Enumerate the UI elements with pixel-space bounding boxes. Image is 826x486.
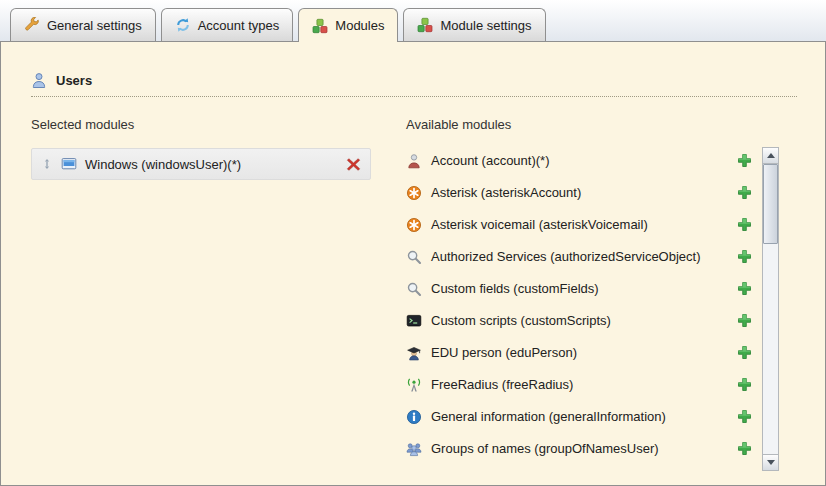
info-icon [406,409,422,425]
modules-panel: Users Selected modules Windows (windowsU… [0,41,826,486]
wrench-icon [24,17,40,33]
add-icon [737,409,752,424]
scrollbar-thumb[interactable] [763,164,778,244]
edu-person-icon [406,345,422,361]
asterisk-icon [406,217,422,233]
available-modules-list: Account (account)(*)Asterisk (asteriskAc… [406,146,797,463]
tab-label: Account types [198,18,280,33]
available-module-label: Groups of names (groupOfNamesUser) [431,441,659,456]
add-module-button[interactable] [737,409,752,424]
section-heading: Users [31,72,797,97]
delete-icon [346,157,361,172]
triangle-down-icon [767,460,775,465]
add-icon [737,441,752,456]
available-module-label: Asterisk (asteriskAccount) [431,185,581,200]
add-icon [737,313,752,328]
tab-label: General settings [47,18,142,33]
available-module-row: Asterisk voicemail (asteriskVoicemail) [406,210,752,239]
account-icon [406,153,422,169]
windows-icon [61,156,77,172]
modules-icon [312,18,328,34]
tab-general-settings[interactable]: General settings [10,8,156,41]
section-title: Users [56,73,92,88]
scrollbar-track[interactable] [763,164,778,454]
selected-module-row[interactable]: Windows (windowsUser)(*) [31,148,371,180]
available-module-row: Groups of names (groupOfNamesUser) [406,434,752,463]
add-icon [737,281,752,296]
available-module-label: Asterisk voicemail (asteriskVoicemail) [431,217,648,232]
terminal-icon [406,313,422,329]
available-module-row: Asterisk (asteriskAccount) [406,178,752,207]
available-module-label: General information (generalInformation) [431,409,666,424]
module-columns: Selected modules Windows (windowsUser)(*… [31,117,797,466]
add-module-button[interactable] [737,345,752,360]
scrollbar[interactable] [762,147,779,471]
search-icon [406,249,422,265]
tab-label: Module settings [440,18,531,33]
add-module-button[interactable] [737,185,752,200]
add-icon [737,377,752,392]
add-module-button[interactable] [737,441,752,456]
add-icon [737,345,752,360]
asterisk-icon [406,185,422,201]
add-icon [737,249,752,264]
available-module-label: Account (account)(*) [431,153,550,168]
available-module-row: General information (generalInformation) [406,402,752,431]
available-module-row: Custom scripts (customScripts) [406,306,752,335]
add-module-button[interactable] [737,281,752,296]
tab-label: Modules [335,18,384,33]
available-module-row: Custom fields (customFields) [406,274,752,303]
tab-bar: General settings Account types Modules M… [0,0,826,41]
triangle-up-icon [767,153,775,158]
available-module-label: EDU person (eduPerson) [431,345,577,360]
add-icon [737,185,752,200]
selected-modules-list: Windows (windowsUser)(*) [31,148,371,180]
available-module-row: Authorized Services (authorizedServiceOb… [406,242,752,271]
tab-modules[interactable]: Modules [298,8,398,42]
selected-module-label: Windows (windowsUser)(*) [85,157,241,172]
remove-module-button[interactable] [346,157,361,172]
scrollbar-up-button[interactable] [763,148,778,164]
add-icon [737,153,752,168]
available-modules-heading: Available modules [406,117,797,132]
group-icon [406,441,422,457]
radio-icon [406,377,422,393]
available-module-row: Account (account)(*) [406,146,752,175]
add-module-button[interactable] [737,249,752,264]
sync-icon [175,17,191,33]
selected-modules-heading: Selected modules [31,117,371,132]
add-module-button[interactable] [737,153,752,168]
tab-account-types[interactable]: Account types [161,8,294,41]
add-module-button[interactable] [737,217,752,232]
add-module-button[interactable] [737,313,752,328]
available-module-label: Authorized Services (authorizedServiceOb… [431,249,701,264]
add-module-button[interactable] [737,377,752,392]
available-module-row: FreeRadius (freeRadius) [406,370,752,399]
search-icon [406,281,422,297]
selected-modules-column: Selected modules Windows (windowsUser)(*… [31,117,371,466]
available-module-row: EDU person (eduPerson) [406,338,752,367]
scrollbar-down-button[interactable] [763,454,778,470]
available-module-label: FreeRadius (freeRadius) [431,377,573,392]
user-icon [31,72,47,88]
module-settings-icon [417,17,433,33]
available-module-label: Custom scripts (customScripts) [431,313,611,328]
tab-module-settings[interactable]: Module settings [403,8,545,41]
add-icon [737,217,752,232]
sort-handle-icon[interactable] [41,157,53,171]
available-module-label: Custom fields (customFields) [431,281,599,296]
available-modules-column: Available modules Account (account)(*)As… [406,117,797,466]
